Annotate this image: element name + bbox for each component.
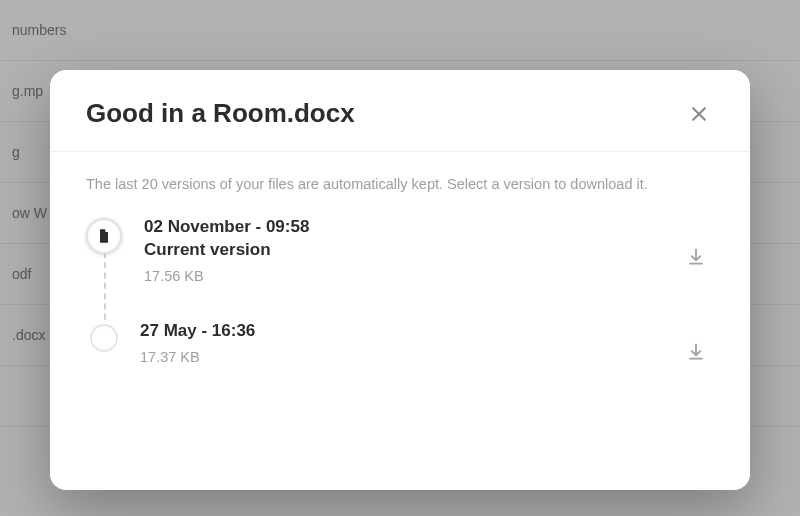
close-button[interactable] (684, 99, 714, 129)
version-label: Current version (144, 239, 678, 262)
version-size: 17.37 KB (140, 349, 678, 365)
version-info: 02 November - 09:58 Current version 17.5… (144, 216, 678, 284)
dialog-header: Good in a Room.docx (50, 70, 750, 152)
version-list: 02 November - 09:58 Current version 17.5… (86, 216, 714, 370)
version-marker-current (86, 218, 122, 254)
dialog-body: The last 20 versions of your files are a… (50, 152, 750, 394)
version-row[interactable]: 27 May - 16:36 17.37 KB (86, 320, 714, 370)
download-button[interactable] (678, 239, 714, 275)
download-icon (686, 247, 706, 267)
download-icon (686, 342, 706, 362)
version-size: 17.56 KB (144, 268, 678, 284)
file-icon (96, 228, 112, 244)
version-date: 02 November - 09:58 (144, 216, 678, 239)
help-text: The last 20 versions of your files are a… (86, 176, 714, 192)
version-row-current[interactable]: 02 November - 09:58 Current version 17.5… (86, 216, 714, 320)
version-date: 27 May - 16:36 (140, 320, 678, 343)
version-history-dialog: Good in a Room.docx The last 20 versions… (50, 70, 750, 490)
close-icon (689, 104, 709, 124)
version-info: 27 May - 16:36 17.37 KB (140, 320, 678, 365)
dialog-title: Good in a Room.docx (86, 98, 355, 129)
download-button[interactable] (678, 334, 714, 370)
version-marker (90, 324, 118, 352)
